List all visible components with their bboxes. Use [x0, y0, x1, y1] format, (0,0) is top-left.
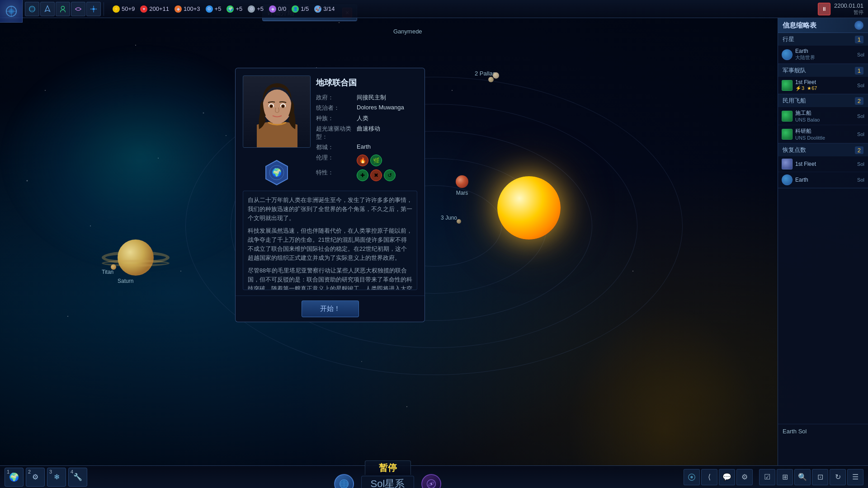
minerals-value: 100+3	[184, 5, 200, 12]
titan-label: Titan	[102, 269, 113, 275]
svg-point-17	[270, 105, 272, 107]
science-ship-name: UNS Doolittle	[795, 135, 854, 141]
queue-item-3[interactable]: 3 ❄	[47, 468, 66, 487]
desc-para-1: 自从二十万年前人类在非洲诞生至今，发生了许许多多的事情，我们的种族迅速的扩张到了…	[248, 196, 412, 223]
fleet-quick-icon[interactable]	[40, 2, 55, 16]
trait-3[interactable]: ↺	[384, 169, 396, 181]
mars-planet[interactable]: Mars	[456, 175, 468, 188]
pause-label-center: 暂停	[365, 460, 411, 475]
queue-num-4: 4	[71, 469, 73, 474]
trait-2[interactable]: ✖	[370, 169, 382, 181]
ethic-2[interactable]: 🌿	[370, 155, 382, 166]
svg-marker-2	[45, 5, 50, 11]
ships-icon: 🚀	[314, 5, 321, 13]
construction-icon	[782, 111, 793, 122]
ftl-value: 曲速移动	[357, 125, 380, 141]
top-bar: ⚡ 50+9 ♥ 200+11 ◆ 100+3 ⚙ +5 🌍 +5 ⚙ +5 ◆…	[0, 0, 868, 18]
recovery-section-header[interactable]: 恢复点数 2	[778, 144, 868, 156]
ethic-1[interactable]: 🔥	[357, 155, 368, 166]
construction-loc: Sol	[857, 113, 864, 119]
queue-item-1[interactable]: 1 🌍	[5, 468, 24, 487]
queue-num-1: 1	[7, 469, 9, 474]
ftl-label: 超光速驱动类型：	[316, 125, 357, 141]
planets-section-header[interactable]: 行星 1	[778, 33, 868, 46]
layout-icon[interactable]: ⊞	[777, 469, 793, 485]
date-display: 2200.01.01 暂停	[834, 2, 863, 16]
recovery-earth-name: Earth	[795, 177, 854, 183]
desc-para-3: 尽管88年的毛里塔尼亚警察行动让某些人厌恶大权独揽的联合国，但不可反驳的是：联合…	[248, 266, 412, 290]
juno-planet[interactable]	[457, 219, 461, 224]
queue-item-4[interactable]: 4 🔧	[68, 468, 87, 487]
chat-icon[interactable]: 💬	[719, 469, 735, 485]
ethics-row: 伦理： 🔥 🌿	[316, 154, 417, 166]
prev-icon[interactable]: ⟨	[701, 469, 717, 485]
queue-num-3: 3	[49, 469, 52, 474]
traits-row: 特性： ✚ ✖ ↺	[316, 169, 417, 181]
settings-icon[interactable]: ⚙	[736, 469, 753, 485]
sun[interactable]	[497, 176, 561, 239]
portrait-container: 🌍	[243, 75, 311, 183]
planets-section-title: 行星	[783, 35, 794, 43]
recovery-fleet-info: 1st Fleet	[795, 161, 854, 167]
fit-icon[interactable]: ⊡	[812, 469, 828, 485]
trait-1[interactable]: ✚	[357, 169, 368, 181]
zoom-icon[interactable]: 🔍	[794, 469, 811, 485]
diplomacy-quick-icon[interactable]	[71, 2, 85, 16]
ethics-label: 伦理：	[316, 154, 357, 166]
science-ship-info: 科研船 UNS Doolittle	[795, 127, 854, 141]
fleet1-item[interactable]: 1st Fleet ⚡3 ★67 Sol	[778, 77, 868, 94]
panel-settings-icon[interactable]	[854, 21, 863, 30]
desc-para-2: 科技发展虽然迅速，但也伴随着代价，在人类掌控原子能以前，战争夺走了千上万的生命。…	[248, 226, 412, 263]
checklist-icon[interactable]: ☑	[759, 469, 775, 485]
resources-bar: ⚡ 50+9 ♥ 200+11 ◆ 100+3 ⚙ +5 🌍 +5 ⚙ +5 ◆…	[108, 5, 818, 13]
quick-icons	[23, 2, 108, 16]
fleet1-name: 1st Fleet	[795, 79, 854, 85]
ftl-row: 超光速驱动类型： 曲速移动	[316, 125, 417, 141]
fleet-section-header[interactable]: 军事舰队 1	[778, 64, 868, 77]
recovery-fleet-item[interactable]: 1st Fleet Sol	[778, 156, 868, 172]
construction-ship-item[interactable]: 施工船 UNS Balao Sol	[778, 107, 868, 125]
ethics-icons: 🔥 🌿	[357, 155, 382, 166]
saturn-planet[interactable]: Saturn	[118, 239, 154, 276]
earth-icon	[782, 49, 793, 60]
energy-icon: ⚡	[113, 5, 120, 13]
topbar-right: ⏸ 2200.01.01 暂停	[818, 2, 868, 16]
gov-value: 间接民主制	[357, 94, 386, 102]
queue-item-2[interactable]: 2 ⚙	[26, 468, 45, 487]
recovery-earth-item[interactable]: Earth Sol	[778, 172, 868, 188]
main-menu-button[interactable]	[0, 0, 23, 23]
recovery-earth-icon	[782, 174, 793, 185]
planets-quick-icon[interactable]	[25, 2, 39, 16]
panel-header: 信息缩略表	[778, 18, 868, 33]
science-ship-item[interactable]: 科研船 UNS Doolittle Sol	[778, 125, 868, 143]
start-button[interactable]: 开始！	[302, 300, 359, 317]
globe-icon-bottom[interactable]	[334, 474, 354, 488]
galaxy-icon-bottom[interactable]	[421, 474, 441, 488]
refresh-icon[interactable]: ↻	[830, 469, 846, 485]
energy-resource: ⚡ 50+9	[113, 5, 135, 13]
pop-icon: 👤	[292, 5, 299, 13]
svg-point-3	[61, 6, 64, 9]
empire-emblem: 🌍	[263, 159, 290, 188]
science-ship-loc: Sol	[857, 131, 864, 137]
pallas-planet[interactable]	[493, 72, 499, 79]
saturn-label: Saturn	[118, 278, 133, 284]
menu-icon[interactable]: ☰	[847, 469, 863, 485]
solar-system-view[interactable]: Ganymede 2 Pallas Mars 3 Juno Saturn Tit…	[0, 18, 868, 465]
species-quick-icon[interactable]	[56, 2, 70, 16]
trait-icons: ✚ ✖ ↺	[357, 169, 396, 181]
system-name-label: Sol星系	[361, 476, 415, 488]
svg-point-32	[690, 476, 693, 478]
earth-sol-label: Earth Sol	[778, 424, 868, 438]
bottom-bar: 1 🌍 2 ⚙ 3 ❄ 4 🔧 暂停	[0, 465, 868, 488]
technology-quick-icon[interactable]	[86, 2, 101, 16]
fleet-section-count: 1	[855, 67, 863, 75]
minimap-icon[interactable]	[684, 469, 700, 485]
pause-button[interactable]: ⏸	[818, 3, 830, 15]
earth-planet-item[interactable]: Earth 大陆世界 Sol	[778, 46, 868, 64]
recovery-section: 恢复点数 2 1st Fleet Sol Earth Sol	[778, 144, 868, 188]
civilian-section-header[interactable]: 民用飞船 2	[778, 94, 868, 107]
construction-name: UNS Balao	[795, 117, 854, 122]
civilian-section-count: 2	[855, 97, 863, 105]
traits-label: 特性：	[316, 169, 357, 181]
